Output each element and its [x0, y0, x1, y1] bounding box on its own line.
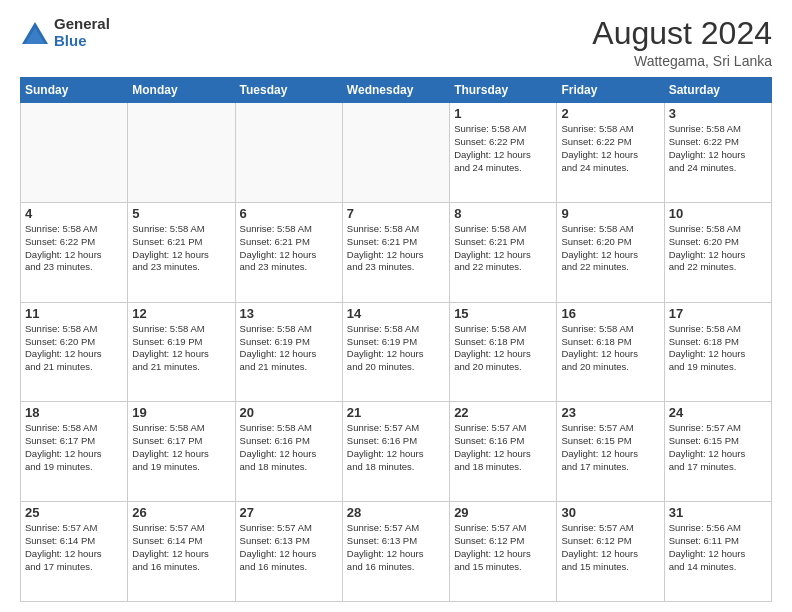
- day-number: 10: [669, 206, 767, 221]
- day-number: 17: [669, 306, 767, 321]
- day-number: 3: [669, 106, 767, 121]
- calendar-cell: 29Sunrise: 5:57 AM Sunset: 6:12 PM Dayli…: [450, 502, 557, 602]
- logo-blue: Blue: [54, 33, 110, 50]
- calendar-cell: 7Sunrise: 5:58 AM Sunset: 6:21 PM Daylig…: [342, 202, 449, 302]
- day-info: Sunrise: 5:56 AM Sunset: 6:11 PM Dayligh…: [669, 522, 767, 573]
- calendar-cell: 17Sunrise: 5:58 AM Sunset: 6:18 PM Dayli…: [664, 302, 771, 402]
- location: Wattegama, Sri Lanka: [592, 53, 772, 69]
- calendar-cell: 24Sunrise: 5:57 AM Sunset: 6:15 PM Dayli…: [664, 402, 771, 502]
- day-info: Sunrise: 5:57 AM Sunset: 6:12 PM Dayligh…: [454, 522, 552, 573]
- calendar-cell: 23Sunrise: 5:57 AM Sunset: 6:15 PM Dayli…: [557, 402, 664, 502]
- title-block: August 2024 Wattegama, Sri Lanka: [592, 16, 772, 69]
- calendar-cell: 28Sunrise: 5:57 AM Sunset: 6:13 PM Dayli…: [342, 502, 449, 602]
- calendar: Sunday Monday Tuesday Wednesday Thursday…: [20, 77, 772, 602]
- day-number: 22: [454, 405, 552, 420]
- calendar-cell: 22Sunrise: 5:57 AM Sunset: 6:16 PM Dayli…: [450, 402, 557, 502]
- calendar-cell: 18Sunrise: 5:58 AM Sunset: 6:17 PM Dayli…: [21, 402, 128, 502]
- header-wednesday: Wednesday: [342, 78, 449, 103]
- header-saturday: Saturday: [664, 78, 771, 103]
- day-number: 27: [240, 505, 338, 520]
- calendar-cell: 14Sunrise: 5:58 AM Sunset: 6:19 PM Dayli…: [342, 302, 449, 402]
- day-info: Sunrise: 5:57 AM Sunset: 6:14 PM Dayligh…: [132, 522, 230, 573]
- day-info: Sunrise: 5:58 AM Sunset: 6:20 PM Dayligh…: [561, 223, 659, 274]
- day-number: 12: [132, 306, 230, 321]
- day-info: Sunrise: 5:58 AM Sunset: 6:22 PM Dayligh…: [669, 123, 767, 174]
- calendar-cell: [128, 103, 235, 203]
- header-friday: Friday: [557, 78, 664, 103]
- calendar-week-5: 25Sunrise: 5:57 AM Sunset: 6:14 PM Dayli…: [21, 502, 772, 602]
- month-year: August 2024: [592, 16, 772, 51]
- day-number: 4: [25, 206, 123, 221]
- header-monday: Monday: [128, 78, 235, 103]
- day-info: Sunrise: 5:58 AM Sunset: 6:20 PM Dayligh…: [25, 323, 123, 374]
- day-info: Sunrise: 5:58 AM Sunset: 6:19 PM Dayligh…: [347, 323, 445, 374]
- day-info: Sunrise: 5:58 AM Sunset: 6:17 PM Dayligh…: [132, 422, 230, 473]
- day-info: Sunrise: 5:58 AM Sunset: 6:19 PM Dayligh…: [240, 323, 338, 374]
- day-number: 15: [454, 306, 552, 321]
- calendar-week-4: 18Sunrise: 5:58 AM Sunset: 6:17 PM Dayli…: [21, 402, 772, 502]
- calendar-cell: 2Sunrise: 5:58 AM Sunset: 6:22 PM Daylig…: [557, 103, 664, 203]
- page: General Blue August 2024 Wattegama, Sri …: [0, 0, 792, 612]
- day-info: Sunrise: 5:57 AM Sunset: 6:16 PM Dayligh…: [454, 422, 552, 473]
- calendar-week-2: 4Sunrise: 5:58 AM Sunset: 6:22 PM Daylig…: [21, 202, 772, 302]
- calendar-cell: 31Sunrise: 5:56 AM Sunset: 6:11 PM Dayli…: [664, 502, 771, 602]
- day-number: 13: [240, 306, 338, 321]
- day-info: Sunrise: 5:58 AM Sunset: 6:19 PM Dayligh…: [132, 323, 230, 374]
- calendar-cell: 16Sunrise: 5:58 AM Sunset: 6:18 PM Dayli…: [557, 302, 664, 402]
- header-sunday: Sunday: [21, 78, 128, 103]
- calendar-cell: 12Sunrise: 5:58 AM Sunset: 6:19 PM Dayli…: [128, 302, 235, 402]
- calendar-cell: 11Sunrise: 5:58 AM Sunset: 6:20 PM Dayli…: [21, 302, 128, 402]
- calendar-cell: [342, 103, 449, 203]
- weekday-header-row: Sunday Monday Tuesday Wednesday Thursday…: [21, 78, 772, 103]
- day-number: 2: [561, 106, 659, 121]
- calendar-week-3: 11Sunrise: 5:58 AM Sunset: 6:20 PM Dayli…: [21, 302, 772, 402]
- calendar-cell: 4Sunrise: 5:58 AM Sunset: 6:22 PM Daylig…: [21, 202, 128, 302]
- day-number: 5: [132, 206, 230, 221]
- calendar-cell: 13Sunrise: 5:58 AM Sunset: 6:19 PM Dayli…: [235, 302, 342, 402]
- day-number: 11: [25, 306, 123, 321]
- calendar-cell: 6Sunrise: 5:58 AM Sunset: 6:21 PM Daylig…: [235, 202, 342, 302]
- day-info: Sunrise: 5:57 AM Sunset: 6:13 PM Dayligh…: [347, 522, 445, 573]
- day-number: 29: [454, 505, 552, 520]
- day-info: Sunrise: 5:57 AM Sunset: 6:15 PM Dayligh…: [669, 422, 767, 473]
- day-info: Sunrise: 5:58 AM Sunset: 6:16 PM Dayligh…: [240, 422, 338, 473]
- calendar-cell: 10Sunrise: 5:58 AM Sunset: 6:20 PM Dayli…: [664, 202, 771, 302]
- day-number: 18: [25, 405, 123, 420]
- day-info: Sunrise: 5:57 AM Sunset: 6:12 PM Dayligh…: [561, 522, 659, 573]
- calendar-cell: 8Sunrise: 5:58 AM Sunset: 6:21 PM Daylig…: [450, 202, 557, 302]
- day-info: Sunrise: 5:57 AM Sunset: 6:14 PM Dayligh…: [25, 522, 123, 573]
- day-number: 9: [561, 206, 659, 221]
- header-thursday: Thursday: [450, 78, 557, 103]
- calendar-cell: 3Sunrise: 5:58 AM Sunset: 6:22 PM Daylig…: [664, 103, 771, 203]
- day-info: Sunrise: 5:58 AM Sunset: 6:21 PM Dayligh…: [454, 223, 552, 274]
- day-number: 24: [669, 405, 767, 420]
- day-info: Sunrise: 5:58 AM Sunset: 6:17 PM Dayligh…: [25, 422, 123, 473]
- calendar-cell: 25Sunrise: 5:57 AM Sunset: 6:14 PM Dayli…: [21, 502, 128, 602]
- calendar-cell: 5Sunrise: 5:58 AM Sunset: 6:21 PM Daylig…: [128, 202, 235, 302]
- calendar-cell: 9Sunrise: 5:58 AM Sunset: 6:20 PM Daylig…: [557, 202, 664, 302]
- calendar-cell: 21Sunrise: 5:57 AM Sunset: 6:16 PM Dayli…: [342, 402, 449, 502]
- day-number: 30: [561, 505, 659, 520]
- day-info: Sunrise: 5:58 AM Sunset: 6:20 PM Dayligh…: [669, 223, 767, 274]
- day-info: Sunrise: 5:57 AM Sunset: 6:13 PM Dayligh…: [240, 522, 338, 573]
- day-info: Sunrise: 5:58 AM Sunset: 6:22 PM Dayligh…: [561, 123, 659, 174]
- day-number: 25: [25, 505, 123, 520]
- day-info: Sunrise: 5:57 AM Sunset: 6:16 PM Dayligh…: [347, 422, 445, 473]
- calendar-week-1: 1Sunrise: 5:58 AM Sunset: 6:22 PM Daylig…: [21, 103, 772, 203]
- calendar-cell: 30Sunrise: 5:57 AM Sunset: 6:12 PM Dayli…: [557, 502, 664, 602]
- calendar-cell: 27Sunrise: 5:57 AM Sunset: 6:13 PM Dayli…: [235, 502, 342, 602]
- calendar-cell: [21, 103, 128, 203]
- day-info: Sunrise: 5:57 AM Sunset: 6:15 PM Dayligh…: [561, 422, 659, 473]
- day-number: 28: [347, 505, 445, 520]
- logo-icon: [20, 20, 50, 48]
- day-number: 23: [561, 405, 659, 420]
- day-number: 20: [240, 405, 338, 420]
- logo-text: General Blue: [54, 16, 110, 49]
- header: General Blue August 2024 Wattegama, Sri …: [20, 16, 772, 69]
- calendar-cell: 20Sunrise: 5:58 AM Sunset: 6:16 PM Dayli…: [235, 402, 342, 502]
- day-info: Sunrise: 5:58 AM Sunset: 6:18 PM Dayligh…: [561, 323, 659, 374]
- day-info: Sunrise: 5:58 AM Sunset: 6:21 PM Dayligh…: [132, 223, 230, 274]
- calendar-cell: 19Sunrise: 5:58 AM Sunset: 6:17 PM Dayli…: [128, 402, 235, 502]
- calendar-cell: 26Sunrise: 5:57 AM Sunset: 6:14 PM Dayli…: [128, 502, 235, 602]
- day-number: 31: [669, 505, 767, 520]
